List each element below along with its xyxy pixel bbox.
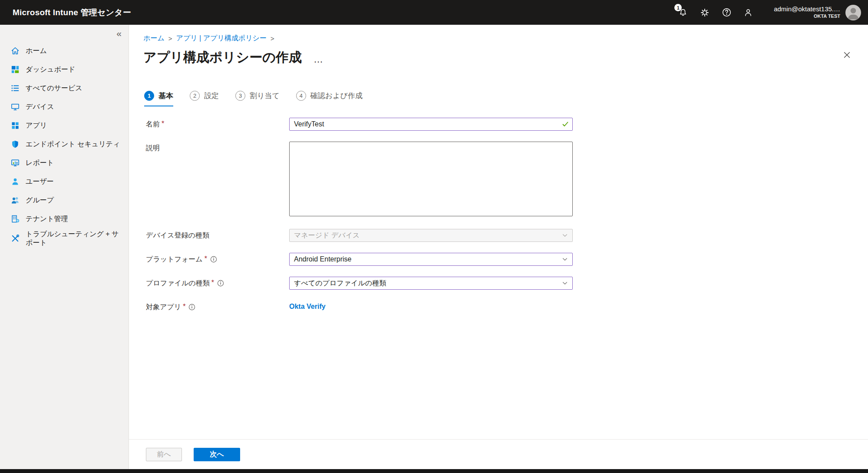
sidebar-item-label: エンドポイント セキュリティ	[26, 140, 120, 149]
body-row: « ホーム	[0, 25, 868, 469]
platform-label-text: プラットフォーム	[146, 255, 203, 264]
user-icon	[11, 177, 20, 186]
step-assignments[interactable]: 3 割り当て	[235, 91, 280, 106]
sidebar-item-home[interactable]: ホーム	[0, 41, 129, 60]
sidebar-item-apps[interactable]: アプリ	[0, 116, 129, 135]
enrollment-type-dropdown: マネージド デバイス	[289, 229, 573, 242]
description-textarea[interactable]	[289, 142, 573, 216]
targeted-app-field: Okta Verify	[289, 301, 573, 312]
sidebar-item-label: ダッシュボード	[26, 65, 75, 74]
form-row-description: 説明	[146, 142, 868, 218]
gear-icon	[700, 8, 709, 17]
help-icon	[722, 8, 731, 17]
description-field	[289, 142, 573, 218]
valid-check-icon	[562, 122, 568, 127]
enrollment-type-value: マネージド デバイス	[294, 231, 360, 240]
enrollment-type-field: マネージド デバイス	[289, 229, 573, 242]
step-settings[interactable]: 2 設定	[190, 91, 219, 106]
name-input[interactable]	[289, 118, 573, 131]
bottom-strip	[0, 469, 868, 473]
sidebar-item-reports[interactable]: レポート	[0, 153, 129, 172]
help-button[interactable]	[716, 0, 737, 25]
account-tenant: OKTA TEST	[774, 13, 840, 20]
profile-type-dropdown[interactable]: すべてのプロファイルの種類	[289, 277, 573, 290]
step-review-create[interactable]: 4 確認および作成	[296, 91, 363, 106]
devices-icon	[11, 103, 20, 111]
step-label: 割り当て	[250, 91, 280, 101]
account-upn: admin@oktatest135.…	[774, 5, 840, 13]
targeted-app-link[interactable]: Okta Verify	[289, 303, 326, 310]
sidebar-item-tenant-admin[interactable]: テナント管理	[0, 209, 129, 228]
sidebar-item-label: アプリ	[26, 121, 47, 130]
step-number: 3	[235, 91, 245, 101]
platform-label: プラットフォーム *	[146, 253, 289, 266]
info-icon[interactable]	[188, 304, 195, 311]
sidebar-collapse-button[interactable]: «	[116, 28, 122, 39]
intune-admin-center-window: Microsoft Intune 管理センター 1	[0, 0, 868, 473]
avatar-person-icon	[845, 5, 861, 20]
avatar[interactable]	[845, 5, 861, 20]
sidebar-item-endpoint-security[interactable]: エンドポイント セキュリティ	[0, 135, 129, 153]
required-asterisk: *	[205, 255, 207, 263]
form-row-platform: プラットフォーム * Android Enterprise	[146, 253, 868, 266]
sidebar-item-troubleshooting[interactable]: トラブルシューティング + サポート	[0, 228, 129, 249]
sidebar-item-label: テナント管理	[26, 215, 68, 223]
sidebar-item-groups[interactable]: グループ	[0, 191, 129, 209]
step-number: 2	[190, 91, 200, 101]
breadcrumb-separator: >	[271, 35, 274, 42]
step-label: 確認および作成	[310, 91, 363, 101]
next-button[interactable]: 次へ	[194, 448, 240, 461]
breadcrumb-link-app-config-policies[interactable]: アプリ | アプリ構成ポリシー	[176, 34, 267, 43]
all-services-icon	[11, 84, 20, 93]
sidebar-item-all-services[interactable]: すべてのサービス	[0, 79, 129, 97]
sidebar-item-label: ホーム	[26, 46, 47, 55]
description-label-text: 説明	[146, 144, 160, 153]
breadcrumb: ホーム > アプリ | アプリ構成ポリシー >	[143, 34, 868, 43]
form-row-targeted-app: 対象アプリ * Okta Verify	[146, 301, 868, 312]
basics-form: 名前 * 説明	[146, 118, 868, 312]
step-basics[interactable]: 1 基本	[144, 91, 173, 106]
settings-button[interactable]	[694, 0, 716, 25]
description-label: 説明	[146, 142, 289, 218]
reports-icon	[11, 159, 20, 167]
breadcrumb-link-home[interactable]: ホーム	[143, 34, 165, 43]
step-number: 4	[296, 91, 306, 101]
page-title: アプリ構成ポリシーの作成	[143, 49, 302, 66]
platform-dropdown[interactable]: Android Enterprise	[289, 253, 573, 266]
account-menu[interactable]: admin@oktatest135.… OKTA TEST	[774, 5, 840, 20]
info-icon[interactable]	[210, 256, 217, 263]
chevron-down-icon	[562, 280, 568, 286]
sidebar: « ホーム	[0, 25, 129, 469]
info-icon[interactable]	[217, 280, 224, 287]
sidebar-item-devices[interactable]: デバイス	[0, 97, 129, 116]
feedback-person-icon	[744, 8, 752, 17]
troubleshooting-wrench-icon	[11, 234, 20, 243]
targeted-app-label: 対象アプリ *	[146, 301, 289, 312]
sidebar-nav: ホーム ダッシュボード	[0, 41, 129, 249]
sidebar-item-label: トラブルシューティング + サポート	[26, 230, 122, 247]
group-icon	[11, 196, 20, 205]
home-icon	[11, 46, 20, 55]
profile-type-value: すべてのプロファイルの種類	[294, 279, 386, 288]
profile-type-label-text: プロファイルの種類	[146, 279, 210, 288]
context-menu-button[interactable]: …	[314, 54, 324, 65]
form-row-enrollment-type: デバイス登録の種類 マネージド デバイス	[146, 229, 868, 242]
topbar: Microsoft Intune 管理センター 1	[0, 0, 868, 25]
name-label: 名前 *	[146, 118, 289, 131]
sidebar-item-users[interactable]: ユーザー	[0, 172, 129, 191]
feedback-button[interactable]	[737, 0, 759, 25]
chevron-down-icon	[562, 256, 568, 262]
enrollment-type-label: デバイス登録の種類	[146, 229, 289, 242]
required-asterisk: *	[211, 279, 214, 287]
sidebar-item-label: ユーザー	[26, 177, 54, 186]
apps-icon	[11, 121, 20, 130]
sidebar-item-label: レポート	[26, 159, 54, 167]
notifications-button[interactable]: 1	[672, 0, 694, 25]
close-icon	[843, 51, 851, 59]
required-asterisk: *	[183, 303, 185, 311]
sidebar-item-dashboard[interactable]: ダッシュボード	[0, 60, 129, 79]
step-number: 1	[144, 91, 154, 101]
close-button[interactable]	[840, 48, 853, 61]
step-label: 設定	[204, 91, 219, 101]
platform-value: Android Enterprise	[294, 255, 352, 263]
